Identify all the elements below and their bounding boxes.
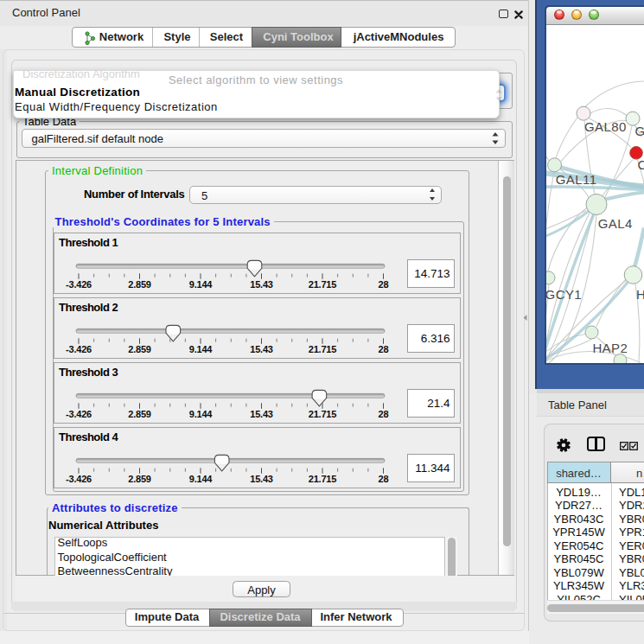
svg-text:GAL4: GAL4: [598, 216, 633, 231]
svg-text:HAP2: HAP2: [592, 340, 628, 354]
svg-text:H: H: [636, 287, 644, 302]
svg-text:GA: GA: [635, 123, 644, 137]
svg-text:GAL11: GAL11: [556, 172, 597, 187]
svg-text:GAL80: GAL80: [584, 119, 627, 134]
svg-text:C: C: [638, 156, 644, 171]
svg-text:GCY1: GCY1: [546, 287, 582, 302]
